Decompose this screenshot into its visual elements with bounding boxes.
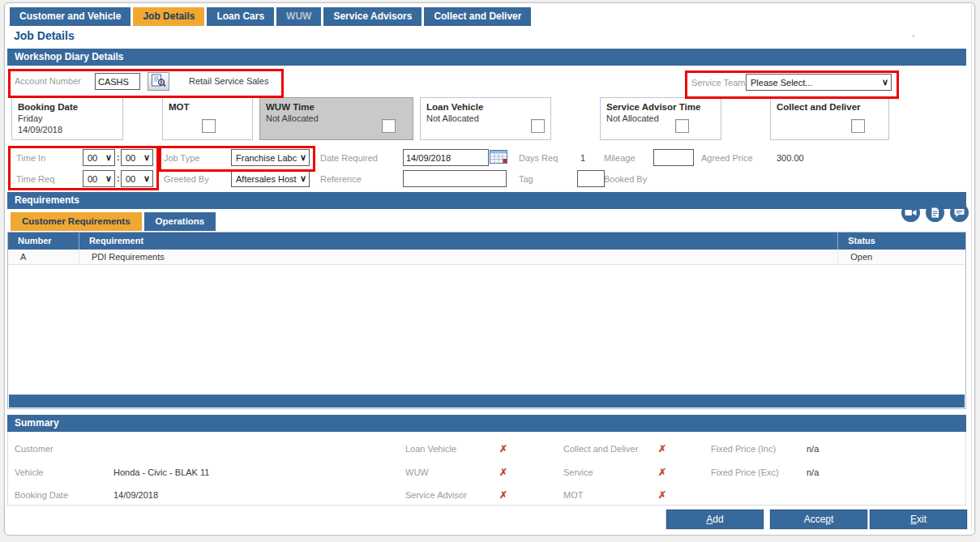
service-advisor-time-status: Not Allocated <box>606 113 721 124</box>
status-box-collect-and-deliver: Collect and Deliver <box>770 97 889 140</box>
add-button-text: dd <box>713 514 723 525</box>
days-req-value: 1 <box>580 153 585 163</box>
table-row[interactable]: A PDI Requirements Open <box>8 250 965 265</box>
account-search-button[interactable] <box>148 72 169 91</box>
time-req-colon: : <box>117 173 120 183</box>
accept-button-text: t <box>831 514 833 525</box>
time-req-minute-select[interactable]: 00 ∨ <box>121 170 153 187</box>
time-in-minute-select[interactable]: 00 ∨ <box>121 149 153 166</box>
summary-booking-date-value: 14/09/2018 <box>113 490 158 500</box>
requirements-tab-bar: Customer Requirements Operations <box>11 212 216 231</box>
notes-button[interactable] <box>926 203 944 222</box>
fixed-price-inc-label: Fixed Price (Inc) <box>711 444 776 454</box>
column-header-number[interactable]: Number <box>8 233 79 250</box>
notes-icon <box>926 203 944 222</box>
table-footer-bar <box>9 395 965 408</box>
page-title: Job Details <box>14 29 75 42</box>
requirements-table: Number Requirement Status A PDI Requirem… <box>7 232 966 409</box>
video-camera-button[interactable] <box>901 203 920 222</box>
tab-operations[interactable]: Operations <box>144 212 216 231</box>
chevron-down-icon: ∨ <box>105 173 112 184</box>
mileage-label: Mileage <box>604 153 636 163</box>
greeted-by-value: Aftersales Host <box>236 174 297 184</box>
tab-job-details[interactable]: Job Details <box>133 7 204 26</box>
tag-input[interactable] <box>577 170 605 187</box>
column-header-status[interactable]: Status <box>838 233 965 250</box>
collect-and-deliver-title: Collect and Deliver <box>777 101 888 113</box>
chevron-down-icon: ∨ <box>300 152 306 163</box>
section-header-summary: Summary <box>7 415 966 432</box>
search-document-icon <box>151 74 167 87</box>
accept-button-text: Acce <box>804 514 826 525</box>
date-required-label: Date Required <box>320 153 378 163</box>
exit-button[interactable]: Exit <box>870 510 967 529</box>
days-req-label: Days Req <box>519 153 558 163</box>
booking-date-date: 14/09/2018 <box>18 124 122 135</box>
booking-date-title: Booking Date <box>18 101 122 113</box>
summary-wuw-label: WUW <box>405 467 429 477</box>
service-advisor-cross-icon: ✗ <box>499 489 507 501</box>
cell-number: A <box>8 250 79 264</box>
time-req-hour-value: 00 <box>88 174 97 184</box>
chevron-down-icon: ∨ <box>882 77 888 87</box>
service-teams-select[interactable]: Please Select... ∨ <box>746 74 892 91</box>
video-camera-icon <box>901 203 920 222</box>
tab-customer-requirements[interactable]: Customer Requirements <box>11 212 142 231</box>
cell-status: Open <box>838 250 965 264</box>
mot-cross-icon: ✗ <box>658 489 666 501</box>
booked-by-label: Booked By <box>604 174 647 184</box>
time-in-colon: : <box>117 152 120 162</box>
reference-label: Reference <box>320 174 362 184</box>
mileage-input[interactable] <box>653 149 694 166</box>
greeted-by-select[interactable]: Aftersales Host ∨ <box>231 170 310 187</box>
account-number-label: Account Number <box>15 76 81 86</box>
reference-input[interactable] <box>403 170 507 187</box>
date-required-input[interactable] <box>403 149 489 166</box>
collect-and-deliver-checkbox[interactable] <box>851 119 865 133</box>
booking-date-day: Friday <box>18 113 122 124</box>
right-edge-divider <box>971 5 972 531</box>
account-number-input[interactable] <box>95 73 140 90</box>
exit-button-text: xit <box>917 514 927 525</box>
tab-loan-cars[interactable]: Loan Cars <box>207 7 274 26</box>
service-teams-value: Please Select... <box>751 78 812 87</box>
calendar-button[interactable] <box>490 150 507 164</box>
add-button[interactable]: Add <box>666 510 764 529</box>
column-header-requirement[interactable]: Requirement <box>79 233 838 250</box>
tab-bar: Customer and Vehicle Job Details Loan Ca… <box>10 7 531 26</box>
wuw-time-checkbox[interactable] <box>382 119 396 133</box>
summary-loan-vehicle-label: Loan Vehicle <box>405 444 456 454</box>
summary-service-label: Service <box>563 467 593 477</box>
chat-button[interactable] <box>950 203 969 222</box>
chevron-down-icon: ∨ <box>143 173 150 184</box>
mot-checkbox[interactable] <box>202 119 216 133</box>
tab-collect-and-deliver[interactable]: Collect and Deliver <box>424 7 531 26</box>
service-advisor-time-checkbox[interactable] <box>675 119 689 133</box>
loan-vehicle-cross-icon: ✗ <box>499 443 507 455</box>
status-box-service-advisor-time: Service Advisor Time Not Allocated <box>600 97 721 140</box>
section-header-requirements: Requirements <box>7 192 966 209</box>
fixed-price-inc-value: n/a <box>807 444 819 454</box>
tab-wuw: WUW <box>276 7 321 26</box>
tab-service-advisors[interactable]: Service Advisors <box>323 7 422 26</box>
wuw-time-title: WUW Time <box>266 101 413 113</box>
loan-vehicle-title: Loan Vehicle <box>426 101 550 113</box>
loan-vehicle-checkbox[interactable] <box>531 119 545 133</box>
mot-title: MOT <box>169 101 252 113</box>
time-req-minute-value: 00 <box>126 174 135 184</box>
chevron-down-icon: ∨ <box>143 152 150 163</box>
summary-booking-date-label: Booking Date <box>15 490 68 500</box>
service-teams-label: Service Teams <box>691 78 750 87</box>
time-req-hour-select[interactable]: 00 ∨ <box>83 170 115 187</box>
section-header-workshop-diary-details: Workshop Diary Details <box>7 49 966 66</box>
accept-button[interactable]: Accept <box>770 510 867 529</box>
time-in-hour-select[interactable]: 00 ∨ <box>83 149 115 166</box>
job-type-select[interactable]: Franchise Labc ∨ <box>231 149 310 166</box>
tab-customer-and-vehicle[interactable]: Customer and Vehicle <box>10 7 131 26</box>
summary-customer-label: Customer <box>15 444 53 454</box>
fixed-price-exc-value: n/a <box>807 467 819 477</box>
chevron-down-icon: ∨ <box>105 152 112 163</box>
fixed-price-exc-label: Fixed Price (Exc) <box>711 467 779 477</box>
account-name-text: Retail Service Sales <box>189 76 268 86</box>
summary-service-advisor-label: Service Advisor <box>405 490 467 500</box>
